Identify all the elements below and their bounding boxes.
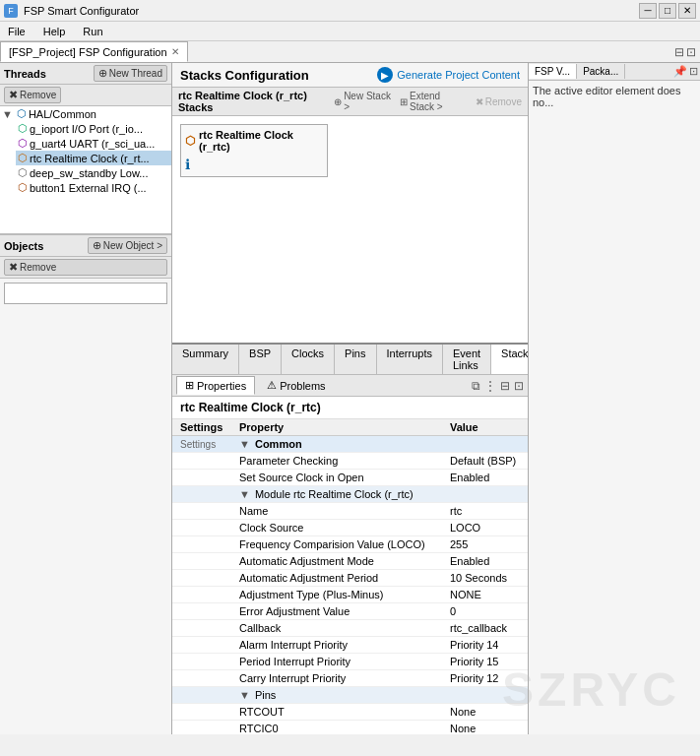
prop-value[interactable]: 10 Seconds <box>442 570 528 587</box>
objects-search-input[interactable] <box>4 283 167 304</box>
properties-title: rtc Realtime Clock (r_rtc) <box>172 397 528 419</box>
remove-object-button[interactable]: ✖ Remove <box>4 259 167 276</box>
tree-item-button[interactable]: ⬡ button1 External IRQ (... <box>16 180 171 195</box>
prop-value[interactable]: Priority 15 <box>442 654 528 670</box>
prop-label: Parameter Checking <box>231 453 442 470</box>
tab-interrupts[interactable]: Interrupts <box>377 345 443 374</box>
tab-bsp[interactable]: BSP <box>239 345 282 374</box>
prop-value[interactable]: Enabled <box>442 553 528 570</box>
props-minimize-icon[interactable]: ⊟ <box>500 379 510 393</box>
tab-close-icon[interactable]: ✕ <box>171 46 179 57</box>
remove-thread-button[interactable]: ✖ Remove <box>4 87 61 103</box>
prop-value[interactable]: Default (BSP) <box>442 453 528 470</box>
menu-run[interactable]: Run <box>79 24 106 39</box>
prop-value[interactable]: None <box>442 704 528 721</box>
module-toggle[interactable]: ▼ <box>239 488 250 500</box>
maximize-button[interactable]: □ <box>659 3 676 19</box>
tab-stacks[interactable]: Stacks <box>491 345 528 374</box>
tab-maximize-icon[interactable]: ⊡ <box>686 45 696 59</box>
tree-item-deep-sw[interactable]: ⬡ deep_sw_standby Low... <box>16 165 171 180</box>
fsp-config-tab[interactable]: [FSP_Project] FSP Configuration ✕ <box>0 41 188 62</box>
extend-stack-icon: ⊞ <box>400 96 408 107</box>
menu-file[interactable]: File <box>4 24 30 39</box>
common-section-label: ▼ Common <box>231 436 528 453</box>
rsidebar-pin-icon[interactable]: 📌 <box>673 65 687 78</box>
extend-stack-label: Extend Stack > <box>410 91 468 112</box>
tab-clocks[interactable]: Clocks <box>282 345 335 374</box>
new-stack-button[interactable]: ⊕ New Stack > <box>334 91 392 112</box>
stack-block-info: ℹ <box>185 157 323 172</box>
title-bar-left: F FSP Smart Configurator <box>4 4 139 18</box>
common-toggle[interactable]: ▼ <box>239 438 250 450</box>
prop-value[interactable]: 255 <box>442 536 528 553</box>
settings-cell <box>172 503 231 520</box>
problems-tab-label: Problems <box>280 380 325 392</box>
tab-event-links[interactable]: Event Links <box>443 345 491 374</box>
stack-block-header: ⬡ rtc Realtime Clock (r_rtc) <box>185 129 323 153</box>
prop-value[interactable]: Enabled <box>442 470 528 486</box>
prop-value[interactable]: LOCO <box>442 520 528 536</box>
pins-toggle[interactable]: ▼ <box>239 689 250 701</box>
props-menu-icon[interactable]: ⋮ <box>484 379 496 393</box>
settings-cell <box>172 570 231 587</box>
settings-cell <box>172 603 231 620</box>
settings-cell <box>172 687 231 704</box>
remove-stack-label: Remove <box>485 96 522 107</box>
button-label: button1 External IRQ (... <box>30 182 147 194</box>
rsidebar-max-icon[interactable]: ⊡ <box>689 65 698 78</box>
right-sidebar: FSP V... Packa... 📌 ⊡ The active editor … <box>528 63 700 734</box>
tab-problems[interactable]: ⚠ Problems <box>259 376 333 395</box>
extend-stack-button[interactable]: ⊞ Extend Stack > <box>400 91 468 112</box>
prop-value[interactable]: rtc_callback <box>442 620 528 637</box>
rsidebar-content: The active editor element does no... <box>529 81 700 112</box>
pins-section-label: ▼ Pins <box>231 687 528 704</box>
prop-parameter-checking: Parameter Checking Default (BSP) <box>172 453 528 470</box>
left-panel: Threads ⊕ New Thread ✖ Remove ▼ ⬡ HAL/Co… <box>0 63 172 734</box>
main-area: Threads ⊕ New Thread ✖ Remove ▼ ⬡ HAL/Co… <box>0 63 700 734</box>
close-button[interactable]: ✕ <box>678 3 696 19</box>
prop-value[interactable]: 0 <box>442 603 528 620</box>
prop-freq-comp: Frequency Comparision Value (LOCO) 255 <box>172 536 528 553</box>
tab-minimize-icon[interactable]: ⊟ <box>674 45 684 59</box>
menu-help[interactable]: Help <box>39 24 70 39</box>
props-link-icon[interactable]: ⧉ <box>472 379 480 393</box>
tree-item-rtc[interactable]: ⬡ rtc Realtime Clock (r_rt... <box>16 151 171 165</box>
prop-value[interactable]: None <box>442 721 528 735</box>
generate-project-button[interactable]: ▶ Generate Project Content <box>377 67 520 83</box>
prop-value[interactable]: rtc <box>442 503 528 520</box>
tree-item-ioport[interactable]: ⬡ g_ioport I/O Port (r_io... <box>16 121 171 136</box>
prop-value[interactable]: NONE <box>442 587 528 603</box>
hal-icon: ⬡ <box>17 107 27 120</box>
rtc-stack-block[interactable]: ⬡ rtc Realtime Clock (r_rtc) ℹ <box>180 124 328 177</box>
rsidebar-tab-packa[interactable]: Packa... <box>577 64 625 79</box>
prop-rtcic0: RTCIC0 None <box>172 721 528 735</box>
prop-label: Adjustment Type (Plus-Minus) <box>231 587 442 603</box>
new-thread-label: New Thread <box>109 68 162 79</box>
properties-bar: ⊞ Properties ⚠ Problems ⧉ ⋮ ⊟ ⊡ <box>172 375 528 397</box>
module-section-label: ▼ Module rtc Realtime Clock (r_rtc) <box>231 486 528 503</box>
stacks-toolbar: rtc Realtime Clock (r_rtc) Stacks ⊕ New … <box>172 88 528 116</box>
tab-pins[interactable]: Pins <box>335 345 376 374</box>
new-thread-button[interactable]: ⊕ New Thread <box>94 65 167 82</box>
new-object-button[interactable]: ⊕ New Object > <box>88 237 167 254</box>
remove-object-icon: ✖ <box>9 261 18 274</box>
prop-value[interactable]: Priority 12 <box>442 670 528 687</box>
prop-adj-type: Adjustment Type (Plus-Minus) NONE <box>172 587 528 603</box>
property-col-header: Property <box>231 419 442 436</box>
prop-auto-adj-mode: Automatic Adjustment Mode Enabled <box>172 553 528 570</box>
tree-item-uart[interactable]: ⬡ g_uart4 UART (r_sci_ua... <box>16 136 171 151</box>
prop-label: Frequency Comparision Value (LOCO) <box>231 536 442 553</box>
remove-stack-button[interactable]: ✖ Remove <box>476 96 522 107</box>
tab-properties[interactable]: ⊞ Properties <box>176 376 255 395</box>
prop-set-source-clock: Set Source Clock in Open Enabled <box>172 470 528 486</box>
props-table-container: Settings Property Value Settings ▼ Commo… <box>172 419 528 734</box>
tree-item-hal[interactable]: ▼ ⬡ HAL/Common <box>0 106 171 121</box>
rsidebar-tab-fsp[interactable]: FSP V... <box>529 64 577 79</box>
props-maximize-icon[interactable]: ⊡ <box>514 379 524 393</box>
prop-value[interactable]: Priority 14 <box>442 637 528 654</box>
minimize-button[interactable]: ─ <box>639 3 657 19</box>
new-object-icon: ⊕ <box>93 239 101 252</box>
settings-cell <box>172 536 231 553</box>
uart-icon: ⬡ <box>18 137 28 150</box>
tab-summary[interactable]: Summary <box>172 345 239 374</box>
